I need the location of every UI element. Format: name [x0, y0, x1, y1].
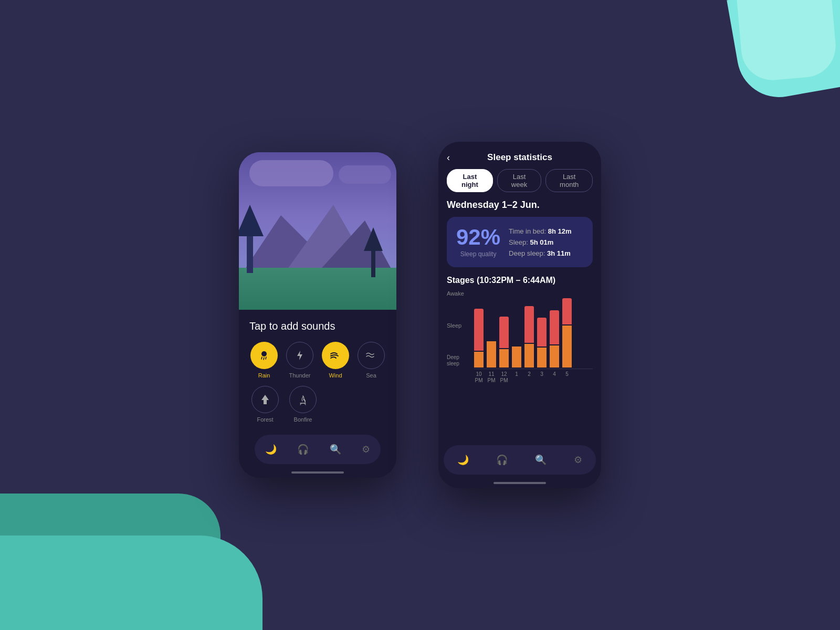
deep-sleep-label: Deep sleep:: [509, 249, 545, 257]
x-label-6: 4: [550, 371, 559, 384]
svg-line-2: [264, 358, 264, 360]
time-in-bed-label: Time in bed:: [509, 227, 546, 235]
stats-details: Time in bed: 8h 12m Sleep: 5h 01m Deep s…: [509, 227, 572, 257]
quality-percent: 92%: [456, 226, 500, 248]
nav-settings[interactable]: ⚙: [362, 444, 370, 455]
sea-circle: [358, 342, 385, 369]
bonfire-label: Bonfire: [294, 416, 312, 423]
forest-icon: [260, 394, 270, 405]
x-label-3: 1: [512, 371, 521, 384]
nav2-moon[interactable]: 🌙: [457, 454, 469, 466]
sound-wind[interactable]: Wind: [321, 342, 350, 379]
phone-sleep-stats: ‹ Sleep statistics Last night Last week …: [438, 142, 601, 488]
x-label-7: 5: [562, 371, 572, 384]
nav2-settings[interactable]: ⚙: [574, 454, 582, 466]
x-label-0: 10PM: [474, 371, 484, 384]
bar-group-3: [512, 346, 521, 368]
sounds-row2: Forest Bonfire: [251, 386, 386, 423]
home-indicator-2: [494, 482, 546, 484]
sound-bonfire[interactable]: Bonfire: [289, 386, 317, 423]
svg-marker-5: [261, 395, 269, 404]
nav-search[interactable]: 🔍: [330, 444, 341, 455]
wind-icon: [330, 351, 341, 360]
forest-label: Forest: [257, 416, 273, 423]
bar-orange-7: [562, 326, 572, 368]
svg-line-1: [261, 357, 262, 359]
sea-label: Sea: [366, 372, 376, 379]
sound-thunder[interactable]: Thunder: [285, 342, 314, 379]
wind-label: Wind: [329, 372, 342, 379]
sleep-duration: Sleep: 5h 01m: [509, 238, 572, 246]
sleep-label: Sleep:: [509, 238, 528, 246]
filter-tabs: Last night Last week Last month: [438, 169, 601, 200]
time-in-bed-value: 8h 12m: [548, 227, 572, 235]
bar-orange-2: [499, 349, 509, 368]
stats-date: Wednesday 1–2 Jun.: [438, 200, 601, 217]
sound-rain[interactable]: Rain: [249, 342, 279, 379]
phone1-content: Tap to add sounds Rain: [239, 310, 396, 478]
bonfire-icon: [298, 394, 308, 405]
filter-last-month[interactable]: Last month: [545, 169, 593, 192]
stats-page-title: Sleep statistics: [487, 152, 552, 163]
phone-sounds: Tap to add sounds Rain: [239, 152, 396, 478]
nav-moon[interactable]: 🌙: [265, 444, 277, 455]
y-label-sleep: Sleep: [447, 322, 474, 329]
quality-label: Sleep quality: [460, 250, 497, 258]
bar-orange-4: [524, 344, 534, 368]
nav2-headphones[interactable]: 🎧: [496, 454, 508, 466]
bar-red-4: [524, 306, 534, 343]
x-label-5: 3: [537, 371, 547, 384]
bar-orange-1: [487, 341, 496, 368]
hero-illustration: [239, 152, 396, 310]
home-indicator: [291, 471, 344, 474]
wind-circle: [322, 342, 349, 369]
rain-circle: [250, 342, 278, 369]
bar-red-5: [537, 318, 547, 346]
bar-orange-0: [474, 352, 484, 368]
sea-icon: [365, 351, 377, 360]
bar-group-1: [487, 341, 496, 368]
hero-tree: [247, 231, 253, 273]
bg-decoration-wave: [0, 536, 262, 630]
x-label-1: 11PM: [487, 371, 496, 384]
phone2-bottom-nav: 🌙 🎧 🔍 ⚙: [444, 445, 596, 475]
stats-card: 92% Sleep quality Time in bed: 8h 12m Sl…: [447, 217, 593, 267]
phone1-bottom-nav: 🌙 🎧 🔍 ⚙: [255, 435, 381, 464]
filter-last-night[interactable]: Last night: [447, 169, 493, 192]
thunder-label: Thunder: [289, 372, 311, 379]
filter-last-week[interactable]: Last week: [497, 169, 542, 192]
nav-headphones[interactable]: 🎧: [297, 444, 309, 455]
time-in-bed: Time in bed: 8h 12m: [509, 227, 572, 235]
bar-group-4: [524, 306, 534, 368]
stages-title: Stages (10:32PM – 6:44AM): [438, 276, 601, 290]
stats-header: ‹ Sleep statistics: [438, 142, 601, 169]
back-button[interactable]: ‹: [447, 152, 450, 163]
bar-group-6: [550, 310, 559, 368]
sleep-value: 5h 01m: [530, 238, 554, 246]
phones-container: Tap to add sounds Rain: [239, 142, 601, 488]
bar-orange-5: [537, 348, 547, 368]
deep-sleep-value: 3h 11m: [547, 249, 571, 257]
bar-red-0: [474, 309, 484, 351]
hero-cloud-1: [249, 160, 333, 186]
sleep-chart: Awake Sleep Deepsleep 10PM11PM12PM12345: [438, 290, 601, 385]
bg-decoration-top-right-inner: [737, 0, 838, 83]
bar-group-2: [499, 317, 509, 368]
rain-label: Rain: [258, 372, 270, 379]
y-label-deep: Deepsleep: [447, 354, 474, 367]
nav2-search[interactable]: 🔍: [535, 454, 547, 466]
svg-marker-4: [297, 351, 302, 360]
svg-line-3: [266, 357, 266, 359]
sounds-row1: Rain Thunder: [249, 342, 386, 379]
bar-red-2: [499, 317, 509, 348]
forest-circle: [251, 386, 279, 413]
bonfire-circle: [289, 386, 317, 413]
bar-red-7: [562, 298, 572, 324]
deep-sleep: Deep sleep: 3h 11m: [509, 249, 572, 257]
bar-red-6: [550, 310, 559, 344]
rain-icon: [258, 350, 270, 361]
sound-forest[interactable]: Forest: [251, 386, 279, 423]
bar-group-0: [474, 309, 484, 368]
sound-sea[interactable]: Sea: [356, 342, 386, 379]
svg-point-0: [261, 351, 267, 356]
